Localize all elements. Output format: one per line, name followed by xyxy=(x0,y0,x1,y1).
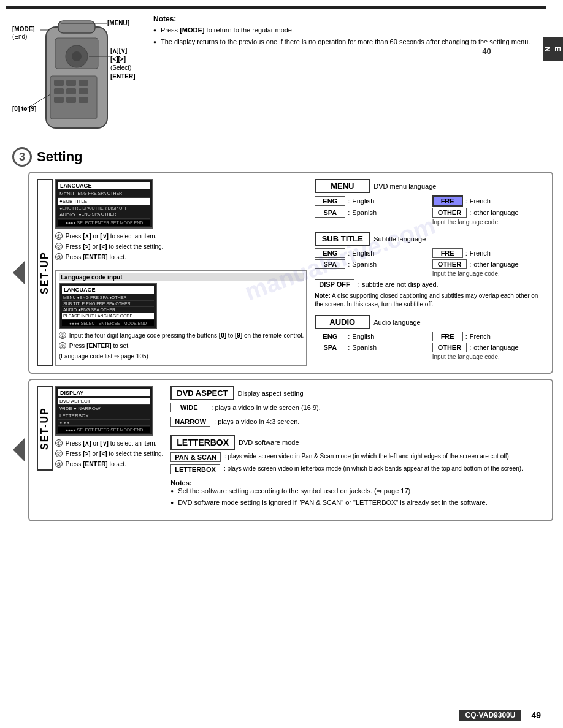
screen-row-menu: MENUENG FRE SPA OTHER xyxy=(58,191,150,198)
menu-other-btn[interactable]: OTHER xyxy=(432,208,467,218)
svg-rect-14 xyxy=(79,97,88,103)
screen-row-subtitle-opts: ●ENG FRE SPA OTHER DISP OFF xyxy=(58,205,150,211)
steps-list-1: ① Press [∧] or [∨] to select an item. ② … xyxy=(55,232,307,264)
lang-code-row4: PLEASE INPUT LANGUAGE CODE xyxy=(62,313,154,319)
menu-lang-rows: ENG : English FRE : French SPA xyxy=(315,195,545,226)
letterbox-btn-desc: : plays wide-screen video in letterbox m… xyxy=(224,464,523,473)
disp-off-row: DISP OFF : subtitle are not displayed. xyxy=(315,279,545,289)
audio-fre-btn[interactable]: FRE xyxy=(432,332,463,341)
lang-step-b: ② Press [ENTER] to set. xyxy=(59,342,304,351)
screen-footer-1: ●●●● SELECT ENTER:SET MODE:END xyxy=(58,220,150,226)
narrow-btn[interactable]: NARROW xyxy=(170,417,210,427)
sub-eng-btn[interactable]: ENG xyxy=(315,248,345,258)
menu-spa-btn[interactable]: SPA xyxy=(315,208,345,218)
menu-eng-name: English xyxy=(352,197,374,205)
audio-other-btn[interactable]: OTHER xyxy=(432,343,467,352)
letterbox-section: LETTERBOX DVD software mode PAN & SCAN :… xyxy=(170,435,545,508)
language-label: E N G L I S H xyxy=(491,46,562,51)
card2-notes-list: Set the software setting according to th… xyxy=(170,487,545,508)
display-screen-title: DISPLAY xyxy=(58,389,150,396)
letter-h: H xyxy=(491,47,501,52)
letterbox-row: LETTERBOX : plays wide-screen video in l… xyxy=(170,464,545,474)
menu-section-desc: DVD menu language xyxy=(373,183,436,190)
audio-eng-btn[interactable]: ENG xyxy=(315,332,345,341)
wide-desc: : plays a video in wide screen (16:9). xyxy=(211,404,321,411)
audio-lang-section: AUDIO Audio language ENG : English FRE xyxy=(315,315,545,360)
display-screen-footer: ●●●● SELECT ENTER:SET MODE:END xyxy=(58,427,150,433)
wide-row: WIDE : plays a video in wide screen (16:… xyxy=(170,403,545,412)
dvd-aspect-header: DVD ASPECT Display aspect setting xyxy=(170,386,545,400)
screen-row-audio: AUDIO●ENG SPA OTHER xyxy=(58,211,150,219)
sub-fre-row: FRE : French xyxy=(432,248,545,258)
lang-step-c: (Language code list ⇒ page 105) xyxy=(59,352,304,361)
lang-code-screen: LANGUAGE MENU ●ENG FRE SPA ●OTHER SUB TI… xyxy=(59,283,157,329)
remote-image: [MODE] (End) xyxy=(12,15,141,137)
menu-fre-btn[interactable]: FRE xyxy=(432,195,463,207)
menu-note: Input the language code. xyxy=(432,219,545,226)
letterbox-rows: PAN & SCAN : plays wide-screen video in … xyxy=(170,452,545,474)
mode-label: [MODE] xyxy=(12,26,35,32)
audio-section-desc: Audio language xyxy=(373,319,420,326)
dvd-aspect-title: DVD ASPECT xyxy=(170,386,234,400)
remote-section: [MODE] (End) xyxy=(0,9,563,143)
step-1a: ① Press [∧] or [∨] to select an item. xyxy=(55,232,307,241)
audio-spa-btn[interactable]: SPA xyxy=(315,343,345,352)
lang-code-row1: MENU ●ENG FRE SPA ●OTHER xyxy=(62,295,154,301)
card1-inner: SET-UP LANGUAGE MENUENG FRE SPA OTHER ●S… xyxy=(37,179,545,366)
screen-title-language: LANGUAGE xyxy=(58,182,150,189)
side-tab: E N G L I S H 40 xyxy=(543,37,563,61)
letter-n: N xyxy=(542,47,552,52)
section-heading: 3 Setting xyxy=(0,143,563,169)
subtitle-section-desc: Subtitle language xyxy=(373,235,426,243)
step-2a: ① Press [∧] or [∨] to select an item. xyxy=(55,439,163,448)
audio-section-header: AUDIO Audio language xyxy=(315,315,545,329)
card2-inner: SET-UP DISPLAY DVD ASPECT WIDE ● NARROW … xyxy=(37,386,545,514)
card1-wrapper: SET-UP LANGUAGE MENUENG FRE SPA OTHER ●S… xyxy=(10,172,553,374)
page-footer: CQ-VAD9300U 49 xyxy=(459,710,541,721)
arrow-icon-2 xyxy=(13,438,25,462)
card2-right-panel: DVD ASPECT Display aspect setting WIDE :… xyxy=(170,386,545,514)
display-row-lb: LETTERBOX xyxy=(58,412,150,420)
audio-section-title: AUDIO xyxy=(315,315,370,329)
menu-section-header: MENU DVD menu language xyxy=(315,179,545,193)
lang-code-row2: SUB TITLE ENG FRE SPA OTHER xyxy=(62,301,154,307)
lang-code-screen-title: LANGUAGE xyxy=(62,286,154,294)
menu-eng-btn[interactable]: ENG xyxy=(315,196,345,206)
audio-note: Input the language code. xyxy=(432,354,545,360)
menu-fre-name: French xyxy=(470,197,491,205)
setup-label-2: SET-UP xyxy=(37,386,53,471)
card2-left: SET-UP DISPLAY DVD ASPECT WIDE ● NARROW … xyxy=(37,386,163,471)
menu-other-row: OTHER : other language xyxy=(432,208,545,218)
svg-rect-6 xyxy=(54,80,64,86)
sub-other-btn[interactable]: OTHER xyxy=(432,259,467,269)
audio-eng-row: ENG : English xyxy=(315,332,427,341)
audio-lang-rows: ENG : English FRE : French SPA xyxy=(315,332,545,360)
subtitle-note2: Note: A disc supporting closed captionin… xyxy=(315,292,545,309)
letterbox-btn[interactable]: LETTERBOX xyxy=(170,464,220,474)
card2-left-content: DISPLAY DVD ASPECT WIDE ● NARROW LETTERB… xyxy=(55,386,163,471)
display-screen: DISPLAY DVD ASPECT WIDE ● NARROW LETTERB… xyxy=(55,386,153,436)
sub-spa-btn[interactable]: SPA xyxy=(315,259,345,269)
wide-btn[interactable]: WIDE xyxy=(170,403,207,412)
svg-rect-1 xyxy=(58,21,95,33)
audio-other-row: OTHER : other language xyxy=(432,343,545,352)
arrows-label: [∧][∨] [<][>] (Select) [ENTER] xyxy=(110,47,136,81)
notes-title: Notes: xyxy=(153,15,551,23)
letterbox-header: LETTERBOX DVD software mode xyxy=(170,435,545,450)
sub-fre-btn[interactable]: FRE xyxy=(432,248,463,258)
sub-other-row: OTHER : other language xyxy=(432,259,545,269)
disp-off-btn[interactable]: DISP OFF xyxy=(315,279,354,289)
display-row-wide: WIDE ● NARROW xyxy=(58,405,150,412)
menu-fre-colon: : xyxy=(465,197,467,205)
screen-row-subtitle: ●SUB TITLE xyxy=(58,198,150,205)
pan-scan-btn[interactable]: PAN & SCAN xyxy=(170,452,221,462)
mode-end-label: (End) xyxy=(12,33,27,40)
menu-eng-row: ENG : English xyxy=(315,195,427,207)
step-1c: ③ Press [ENTER] to set. xyxy=(55,253,307,262)
menu-eng-colon: : xyxy=(348,197,350,205)
menu-lang-section: MENU DVD menu language ENG : English FRE xyxy=(315,179,545,226)
card2-arrow xyxy=(10,379,28,521)
card1-right-panel: MENU DVD menu language ENG : English FRE xyxy=(315,179,545,366)
lang-code-row3: AUDIO ●ENG SPA OTHER xyxy=(62,307,154,313)
page-number: 49 xyxy=(531,710,541,720)
